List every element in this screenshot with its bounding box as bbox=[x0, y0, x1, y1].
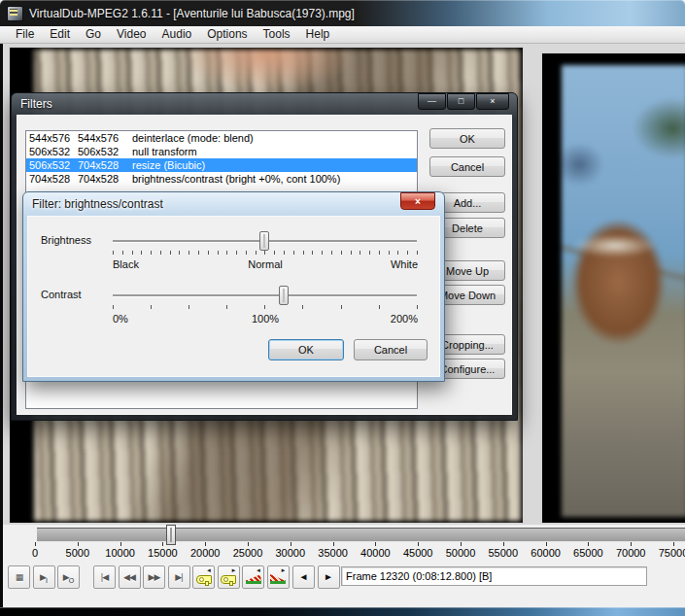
next-scene-button[interactable]: ► bbox=[267, 565, 290, 589]
filter-input-size: 506x532 bbox=[29, 158, 78, 172]
cancel-button[interactable]: Cancel bbox=[354, 339, 428, 360]
contrast-label: Contrast bbox=[41, 289, 82, 300]
timeline-tick-label: 15000 bbox=[148, 547, 178, 559]
window-title: VirtualDub-MPEG2 1.6.11 - [Aventurile lu… bbox=[29, 7, 355, 20]
menu-item[interactable]: Tools bbox=[256, 26, 298, 43]
menu-item[interactable]: Edit bbox=[42, 26, 78, 43]
menu-item[interactable]: Go bbox=[78, 26, 109, 43]
window-bottom-border bbox=[0, 607, 685, 616]
prev-scene-button[interactable]: ◄ bbox=[242, 565, 264, 589]
timeline-tick bbox=[673, 542, 674, 546]
title-bar[interactable]: VirtualDub-MPEG2 1.6.11 - [Aventurile lu… bbox=[0, 0, 685, 26]
backward-button[interactable]: ◀◀ bbox=[119, 565, 141, 589]
play-input-button[interactable]: ▶ I bbox=[33, 565, 55, 589]
timeline-tick-label: 50000 bbox=[446, 547, 476, 559]
timeline-tick bbox=[35, 542, 36, 546]
stop-button[interactable]: ▦ bbox=[8, 565, 30, 589]
menu-item[interactable]: Audio bbox=[154, 26, 200, 43]
timeline-tick bbox=[631, 542, 632, 546]
menu-item[interactable]: Options bbox=[199, 26, 255, 43]
timeline-tick-label: 65000 bbox=[573, 547, 603, 559]
filters-dialog-title: Filters bbox=[20, 97, 52, 111]
timeline-tick bbox=[291, 542, 291, 546]
prev-keyframe-button[interactable]: ◄ bbox=[192, 565, 215, 589]
filter-output-size: 704x528 bbox=[78, 172, 132, 186]
contrast-slider-thumb[interactable] bbox=[279, 286, 289, 305]
brightness-slider-thumb[interactable] bbox=[259, 231, 269, 251]
minimize-icon[interactable]: — bbox=[418, 93, 446, 110]
cancel-button[interactable]: Cancel bbox=[429, 156, 505, 177]
go-start-button[interactable]: |◀ bbox=[93, 565, 116, 589]
resize (Bicubic)[interactable]: 506x532 704x528 resize (Bicubic) bbox=[26, 158, 417, 172]
menu-item[interactable]: File bbox=[8, 26, 42, 43]
brightness-min-label: Black bbox=[113, 258, 152, 270]
timeline-tick bbox=[333, 542, 334, 546]
timeline-tick-label: 75000 bbox=[659, 547, 685, 559]
brightness-max-label: White bbox=[379, 258, 418, 270]
brightness-contrast-dialog: Filter: brightness/contrast × Brightness… bbox=[22, 191, 445, 382]
timeline-tick bbox=[588, 542, 589, 546]
timeline-tick-label: 20000 bbox=[190, 547, 221, 559]
bc-dialog-title: Filter: brightness/contrast bbox=[32, 197, 163, 211]
maximize-icon[interactable]: □ bbox=[447, 93, 475, 110]
filter-input-size: 544x576 bbox=[29, 131, 78, 145]
go-end-button[interactable]: ▶| bbox=[168, 565, 190, 589]
timeline-tick bbox=[418, 542, 419, 546]
timeline-track[interactable] bbox=[37, 528, 685, 542]
contrast-slider-ticks bbox=[113, 305, 418, 309]
app-icon bbox=[7, 6, 23, 21]
timeline-tick bbox=[78, 542, 79, 546]
filter-output-size: 704x528 bbox=[78, 158, 132, 172]
timeline-tick-label: 10000 bbox=[105, 547, 135, 559]
filter-output-size: 506x532 bbox=[78, 145, 132, 158]
play-output-button[interactable]: ▶ O bbox=[57, 565, 80, 589]
client-area: Filters — □ × 544x576 544x576 deinterlac… bbox=[0, 44, 685, 525]
brightness-slider-ticks bbox=[113, 251, 418, 255]
timeline-tick bbox=[461, 542, 462, 546]
contrast-slider[interactable] bbox=[113, 294, 417, 297]
menu-item[interactable]: Help bbox=[298, 26, 338, 43]
filter-name: brightness/contrast (bright +0%, cont 10… bbox=[132, 172, 417, 186]
menu-item[interactable]: Video bbox=[109, 26, 154, 43]
timeline-tick bbox=[503, 542, 504, 546]
contrast-scale: 0% 100% 200% bbox=[113, 313, 418, 325]
output-video-frame bbox=[562, 65, 685, 517]
mark-in-button[interactable]: ◄ bbox=[292, 565, 315, 589]
timeline-tick bbox=[120, 542, 121, 546]
filter-input-size: 704x528 bbox=[29, 172, 78, 186]
virtualdub-window: VirtualDub-MPEG2 1.6.11 - [Aventurile lu… bbox=[0, 0, 685, 616]
contrast-mid-label: 100% bbox=[246, 313, 285, 325]
timeline-tick-label: 55000 bbox=[489, 547, 519, 559]
timeline-tick bbox=[205, 542, 206, 546]
filter-name: deinterlace (mode: blend) bbox=[132, 131, 417, 145]
contrast-min-label: 0% bbox=[113, 313, 152, 325]
timeline-tick bbox=[162, 542, 163, 546]
menu-bar: FileEditGoVideoAudioOptionsToolsHelp bbox=[0, 26, 685, 44]
ok-button[interactable]: OK bbox=[268, 339, 344, 360]
mark-out-button[interactable]: ► bbox=[318, 565, 340, 589]
timeline-tick-label: 30000 bbox=[276, 547, 306, 559]
close-icon[interactable]: × bbox=[476, 93, 509, 110]
brightness/contrast (bright +0%, cont 100%)[interactable]: 704x528 704x528 brightness/contrast (bri… bbox=[26, 172, 417, 186]
timeline-tick bbox=[248, 542, 249, 546]
forward-button[interactable]: ▶▶ bbox=[143, 565, 165, 589]
brightness-mid-label: Normal bbox=[246, 258, 285, 270]
brightness-label: Brightness bbox=[41, 234, 91, 246]
deinterlace (mode: blend)[interactable]: 544x576 544x576 deinterlace (mode: blend… bbox=[26, 131, 417, 145]
next-keyframe-button[interactable]: ► bbox=[218, 565, 240, 589]
timeline-tick-label: 0 bbox=[32, 547, 38, 559]
output-video-pane bbox=[540, 51, 685, 525]
timeline-tick bbox=[546, 542, 547, 546]
transport-toolbar: ▦ ▶ I ▶ O |◀ bbox=[6, 565, 685, 591]
filter-input-size: 506x532 bbox=[29, 145, 78, 158]
timeline-tick-label: 40000 bbox=[360, 547, 391, 559]
ok-button[interactable]: OK bbox=[429, 128, 505, 149]
close-icon[interactable]: × bbox=[400, 192, 435, 210]
null transform[interactable]: 506x532 506x532 null transform bbox=[26, 145, 417, 158]
timeline-tick-label: 5000 bbox=[66, 547, 89, 559]
timeline-tick-label: 35000 bbox=[318, 547, 348, 559]
timeline-tick bbox=[375, 542, 376, 546]
timeline-tick-label: 70000 bbox=[616, 547, 646, 559]
bc-dialog-body: Brightness Black Normal White Contrast 0… bbox=[27, 216, 440, 377]
filter-output-size: 544x576 bbox=[78, 131, 132, 145]
